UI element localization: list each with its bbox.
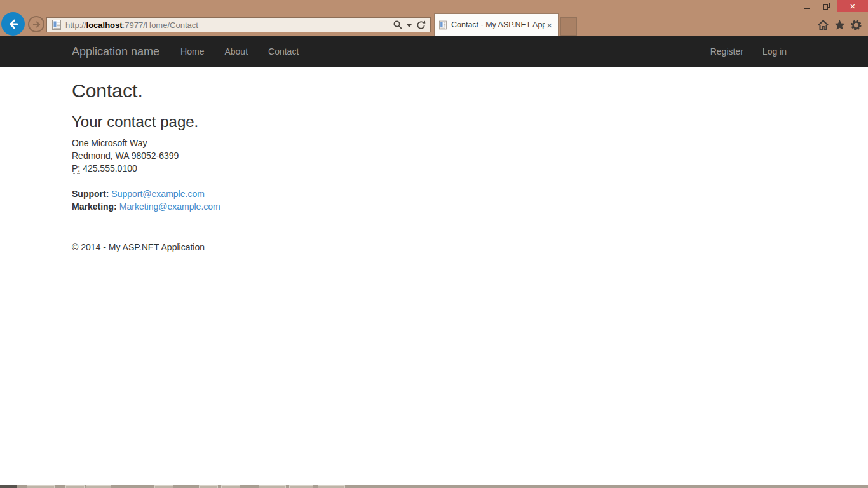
taskbar-button[interactable] (318, 485, 345, 488)
browser-tab[interactable]: Contact - My ASP.NET App... × (434, 13, 559, 36)
page-content: Contact. Your contact page. One Microsof… (0, 68, 868, 252)
close-window-button[interactable]: × (837, 0, 868, 12)
search-icon[interactable] (393, 20, 403, 30)
search-dropdown-icon[interactable] (407, 24, 412, 27)
home-button[interactable] (816, 18, 830, 32)
taskbar-sliver (0, 485, 868, 488)
email-address-block: Support:Support@example.com Marketing:Ma… (72, 187, 796, 213)
copyright-text: © 2014 - My ASP.NET Application (72, 242, 796, 252)
page-title: Contact. (72, 80, 796, 101)
taskbar-button[interactable] (221, 485, 240, 488)
tab-title: Contact - My ASP.NET App... (451, 20, 545, 29)
site-navbar: Application name Home About Contact Regi… (0, 36, 868, 67)
postal-address: One Microsoft Way Redmond, WA 98052-6399… (72, 137, 796, 175)
new-tab-button[interactable] (560, 17, 577, 36)
minimize-icon (804, 8, 810, 9)
nav-link-login[interactable]: Log in (753, 46, 796, 57)
taskbar-button[interactable] (65, 485, 85, 488)
nav-link-about[interactable]: About (214, 46, 258, 57)
home-icon (817, 19, 829, 30)
browser-chrome: × http://localhost:7 (0, 0, 868, 36)
support-email-link[interactable]: Support@example.com (111, 189, 205, 199)
star-icon (834, 19, 846, 30)
gear-icon (850, 19, 862, 31)
close-icon: × (850, 1, 856, 11)
restore-icon (823, 3, 830, 10)
taskbar-button[interactable] (27, 485, 55, 488)
tab-close-icon[interactable]: × (545, 20, 553, 30)
back-button[interactable] (1, 12, 25, 36)
refresh-icon[interactable] (416, 20, 426, 30)
marketing-label: Marketing: (72, 201, 117, 212)
url-domain: localhost (86, 20, 123, 30)
nav-link-register[interactable]: Register (701, 46, 753, 57)
site-footer: © 2014 - My ASP.NET Application (72, 242, 796, 252)
forward-arrow-icon (32, 20, 41, 29)
restore-button[interactable] (818, 0, 834, 12)
nav-link-home[interactable]: Home (170, 46, 214, 57)
address-bar[interactable]: http://localhost:7977/Home/Contact (46, 17, 431, 32)
navbar-account-links: Register Log in (701, 36, 796, 67)
screen: × http://localhost:7 (0, 0, 868, 488)
tab-favicon-icon (439, 20, 447, 30)
page-icon (52, 20, 61, 30)
phone-number: 425.555.0100 (83, 163, 137, 173)
address-line: One Microsoft Way (72, 137, 796, 149)
minimize-button[interactable] (797, 0, 817, 12)
page-subtitle: Your contact page. (72, 114, 796, 130)
navbar-brand[interactable]: Application name (72, 45, 159, 58)
forward-button[interactable] (28, 16, 44, 32)
favorites-button[interactable] (832, 18, 846, 32)
taskbar-button[interactable] (154, 485, 173, 488)
support-label: Support: (72, 189, 109, 199)
footer-divider (72, 226, 796, 226)
taskbar-button[interactable] (259, 485, 286, 488)
marketing-email-link[interactable]: Marketing@example.com (119, 201, 220, 212)
address-phone-line: P: 425.555.0100 (72, 162, 796, 175)
settings-button[interactable] (849, 18, 863, 32)
url-protocol: http:// (65, 20, 86, 30)
navbar-links: Home About Contact (170, 36, 309, 67)
phone-abbr: P: (72, 163, 80, 174)
back-arrow-icon (6, 17, 20, 31)
url-field[interactable]: http://localhost:7977/Home/Contact (65, 20, 393, 30)
nav-link-contact[interactable]: Contact (258, 46, 309, 57)
marketing-email-row: Marketing:Marketing@example.com (72, 200, 796, 213)
taskbar-button[interactable] (199, 485, 218, 488)
start-button-sliver[interactable] (0, 485, 17, 488)
support-email-row: Support:Support@example.com (72, 187, 796, 200)
url-path: :7977/Home/Contact (123, 20, 198, 30)
taskbar-button[interactable] (289, 485, 313, 488)
taskbar-button[interactable] (86, 485, 111, 488)
address-line: Redmond, WA 98052-6399 (72, 149, 796, 162)
